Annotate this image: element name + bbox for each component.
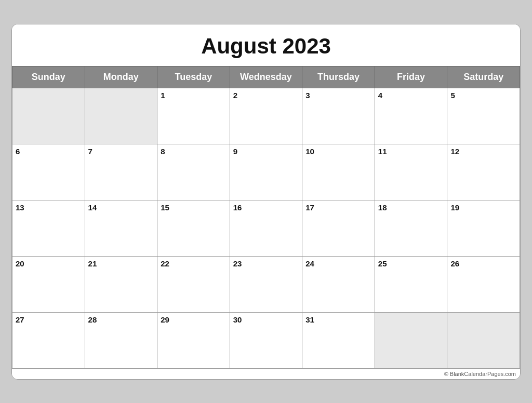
calendar-day-cell: 1	[157, 88, 230, 144]
calendar-day-cell: 13	[12, 200, 85, 256]
calendar-day-cell: 10	[302, 144, 375, 200]
calendar-day-cell: 14	[85, 200, 157, 256]
calendar-day-cell: 7	[85, 144, 157, 200]
calendar-day-cell	[447, 312, 520, 368]
calendar-day-cell: 22	[157, 256, 230, 312]
calendar-day-cell: 8	[157, 144, 230, 200]
calendar-day-cell: 6	[12, 144, 85, 200]
calendar-day-cell: 15	[157, 200, 230, 256]
calendar-day-cell: 17	[302, 200, 375, 256]
calendar-grid: SundayMondayTuesdayWednesdayThursdayFrid…	[12, 66, 520, 369]
calendar-day-cell: 9	[230, 144, 302, 200]
calendar-day-cell: 16	[230, 200, 302, 256]
calendar-day-cell: 26	[447, 256, 520, 312]
calendar-week-row: 2728293031	[12, 312, 520, 368]
calendar-day-cell: 29	[157, 312, 230, 368]
calendar-day-cell: 11	[375, 144, 447, 200]
calendar-day-cell: 18	[375, 200, 447, 256]
weekday-header-thursday: Thursday	[302, 66, 375, 88]
calendar-day-cell: 2	[230, 88, 302, 144]
calendar-day-cell: 21	[85, 256, 157, 312]
calendar-day-cell: 30	[230, 312, 302, 368]
calendar-week-row: 6789101112	[12, 144, 520, 200]
weekday-header-friday: Friday	[375, 66, 447, 88]
calendar-container: August 2023 SundayMondayTuesdayWednesday…	[11, 24, 521, 380]
calendar-day-cell: 28	[85, 312, 157, 368]
watermark: © BlankCalendarPages.com	[12, 369, 520, 379]
calendar-week-row: 12345	[12, 88, 520, 144]
calendar-title: August 2023	[12, 24, 520, 66]
calendar-day-cell: 4	[375, 88, 447, 144]
calendar-week-row: 13141516171819	[12, 200, 520, 256]
weekday-header-wednesday: Wednesday	[230, 66, 302, 88]
calendar-day-cell: 25	[375, 256, 447, 312]
weekday-header-monday: Monday	[85, 66, 157, 88]
calendar-day-cell: 20	[12, 256, 85, 312]
calendar-day-cell: 27	[12, 312, 85, 368]
calendar-day-cell	[85, 88, 157, 144]
calendar-day-cell: 23	[230, 256, 302, 312]
calendar-day-cell: 5	[447, 88, 520, 144]
calendar-day-cell: 24	[302, 256, 375, 312]
calendar-day-cell: 3	[302, 88, 375, 144]
weekday-header-tuesday: Tuesday	[157, 66, 230, 88]
calendar-day-cell: 31	[302, 312, 375, 368]
weekday-header-row: SundayMondayTuesdayWednesdayThursdayFrid…	[12, 66, 520, 88]
calendar-day-cell: 19	[447, 200, 520, 256]
calendar-day-cell	[375, 312, 447, 368]
calendar-day-cell: 12	[447, 144, 520, 200]
calendar-day-cell	[12, 88, 85, 144]
calendar-week-row: 20212223242526	[12, 256, 520, 312]
weekday-header-saturday: Saturday	[447, 66, 520, 88]
weekday-header-sunday: Sunday	[12, 66, 85, 88]
